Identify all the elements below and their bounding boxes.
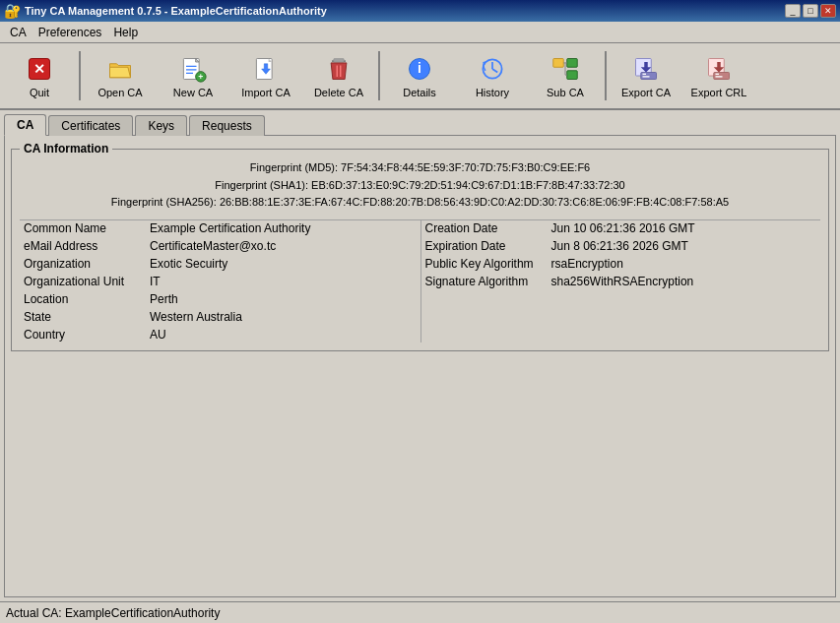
detail-label-right-0: Creation Date — [425, 221, 544, 235]
tab-keys[interactable]: Keys — [135, 115, 187, 136]
svg-rect-32 — [714, 73, 730, 80]
delete-ca-icon — [323, 53, 355, 85]
detail-row-right-1: Expiration DateJun 8 06:21:36 2026 GMT — [421, 238, 821, 254]
quit-icon: ✕ — [24, 53, 55, 85]
fingerprint-sha256-row: Fingerprint (SHA256): 26:BB:88:1E:37:3E:… — [20, 194, 820, 212]
detail-value-right-2: rsaEncryption — [551, 257, 623, 271]
fingerprint-sha1-row: Fingerprint (SHA1): EB:6D:37:13:E0:9C:79… — [20, 177, 820, 195]
detail-value-right-3: sha256WithRSAEncryption — [551, 275, 694, 288]
svg-rect-22 — [567, 71, 578, 80]
menu-preferences[interactable]: Preferences — [32, 24, 108, 41]
detail-value-left-2: Exotic Secuirty — [150, 257, 227, 271]
detail-row-left-5: StateWestern Australia — [20, 309, 420, 325]
detail-label-left-3: Organizational Unit — [24, 275, 142, 288]
detail-label-left-5: State — [24, 310, 142, 324]
details-button[interactable]: i Details — [384, 46, 455, 105]
new-ca-label: New CA — [173, 87, 213, 98]
svg-rect-27 — [641, 73, 657, 80]
sub-ca-label: Sub CA — [547, 87, 584, 98]
detail-row-right-3: Signature Algorithmsha256WithRSAEncrypti… — [421, 274, 821, 289]
tab-requests[interactable]: Requests — [189, 115, 265, 136]
svg-rect-21 — [567, 59, 578, 68]
open-ca-icon — [104, 53, 136, 85]
titlebar-left: 🔐 Tiny CA Management 0.7.5 - ExampleCert… — [4, 3, 327, 19]
detail-label-right-3: Signature Algorithm — [425, 275, 544, 288]
toolbar-separator-1 — [79, 51, 81, 100]
right-details: Creation DateJun 10 06:21:36 2016 GMTExp… — [420, 220, 821, 343]
detail-row-left-4: LocationPerth — [20, 291, 420, 307]
titlebar-title: Tiny CA Management 0.7.5 - ExampleCertif… — [25, 5, 327, 17]
detail-label-left-2: Organization — [24, 257, 142, 271]
detail-label-left-0: Common Name — [24, 221, 142, 235]
sub-ca-button[interactable]: Sub CA — [530, 46, 601, 105]
export-ca-icon — [630, 53, 662, 85]
toolbar-separator-3 — [605, 51, 607, 100]
detail-value-left-4: Perth — [150, 292, 178, 306]
history-icon — [477, 53, 508, 85]
details-label: Details — [403, 87, 436, 98]
close-button[interactable]: ✕ — [820, 4, 836, 18]
statusbar-text: Actual CA: ExampleCertificationAuthority — [6, 606, 220, 620]
maximize-button[interactable]: □ — [803, 4, 818, 18]
menubar: CA Preferences Help — [0, 22, 840, 43]
delete-ca-label: Delete CA — [314, 87, 363, 98]
svg-rect-20 — [553, 59, 564, 68]
detail-label-right-1: Expiration Date — [425, 239, 544, 253]
history-label: History — [476, 87, 509, 98]
detail-row-right-0: Creation DateJun 10 06:21:36 2016 GMT — [421, 220, 821, 236]
delete-ca-button[interactable]: Delete CA — [303, 46, 374, 105]
fingerprint-sha256-value: 26:BB:88:1E:37:3E:FA:67:4C:FD:88:20:7B:D… — [220, 196, 729, 208]
export-crl-button[interactable]: Export CRL — [683, 46, 754, 105]
app-icon: 🔐 — [4, 3, 21, 19]
toolbar-separator-2 — [378, 51, 380, 100]
menu-ca[interactable]: CA — [4, 24, 32, 41]
quit-button[interactable]: ✕ Quit — [4, 46, 75, 105]
quit-label: Quit — [30, 87, 49, 98]
ca-info-fieldset: CA Information Fingerprint (MD5): 7F:54:… — [11, 142, 829, 351]
fingerprint-sha1-value: EB:6D:37:13:E0:9C:79:2D:51:94:C9:67:D1:1… — [311, 179, 625, 191]
minimize-button[interactable]: _ — [785, 4, 801, 18]
toolbar: ✕ Quit Open CA + New CA — [0, 43, 840, 110]
titlebar-controls: _ □ ✕ — [785, 4, 836, 18]
detail-row-left-1: eMail AddressCertificateMaster@xo.tc — [20, 238, 420, 254]
detail-label-left-1: eMail Address — [24, 239, 142, 253]
statusbar: Actual CA: ExampleCertificationAuthority — [0, 601, 840, 623]
sub-ca-icon — [549, 53, 581, 85]
ca-info-legend: CA Information — [20, 142, 112, 156]
tabs-area: CA Certificates Keys Requests CA Informa… — [0, 110, 840, 601]
detail-row-left-3: Organizational UnitIT — [20, 274, 420, 289]
svg-text:i: i — [418, 60, 421, 76]
tab-ca[interactable]: CA — [4, 114, 46, 136]
tab-certificates[interactable]: Certificates — [48, 115, 133, 136]
detail-label-left-4: Location — [24, 292, 142, 306]
svg-text:+: + — [198, 72, 203, 82]
detail-value-right-1: Jun 8 06:21:36 2026 GMT — [551, 239, 688, 253]
menu-help[interactable]: Help — [107, 24, 144, 41]
export-ca-button[interactable]: Export CA — [611, 46, 681, 105]
detail-row-right-2: Public Key AlgorithmrsaEncryption — [421, 256, 821, 272]
fingerprint-md5-value: 7F:54:34:F8:44:5E:59:3F:70:7D:75:F3:B0:C… — [341, 161, 590, 173]
detail-value-left-6: AU — [150, 328, 166, 342]
open-ca-label: Open CA — [97, 87, 142, 98]
detail-value-left-1: CertificateMaster@xo.tc — [150, 239, 276, 253]
detail-label-left-6: Country — [24, 328, 142, 342]
svg-rect-11 — [334, 59, 345, 63]
details-icon: i — [404, 53, 435, 85]
import-ca-button[interactable]: Import CA — [230, 46, 301, 105]
left-details: Common NameExample Certification Authori… — [20, 220, 420, 343]
titlebar: 🔐 Tiny CA Management 0.7.5 - ExampleCert… — [0, 0, 840, 22]
open-ca-button[interactable]: Open CA — [85, 46, 156, 105]
import-ca-label: Import CA — [241, 87, 291, 98]
fingerprint-sha1-label: Fingerprint (SHA1): — [215, 179, 308, 191]
detail-row-left-2: OrganizationExotic Secuirty — [20, 256, 420, 272]
detail-label-right-2: Public Key Algorithm — [425, 257, 544, 271]
fingerprints-section: Fingerprint (MD5): 7F:54:34:F8:44:5E:59:… — [20, 159, 820, 212]
import-ca-icon — [250, 53, 282, 85]
svg-line-18 — [492, 69, 497, 73]
new-ca-button[interactable]: + New CA — [158, 46, 228, 105]
fingerprint-md5-row: Fingerprint (MD5): 7F:54:34:F8:44:5E:59:… — [20, 159, 820, 177]
svg-text:✕: ✕ — [33, 61, 45, 77]
export-crl-label: Export CRL — [691, 87, 747, 98]
history-button[interactable]: History — [457, 46, 528, 105]
fingerprint-md5-label: Fingerprint (MD5): — [250, 161, 338, 173]
